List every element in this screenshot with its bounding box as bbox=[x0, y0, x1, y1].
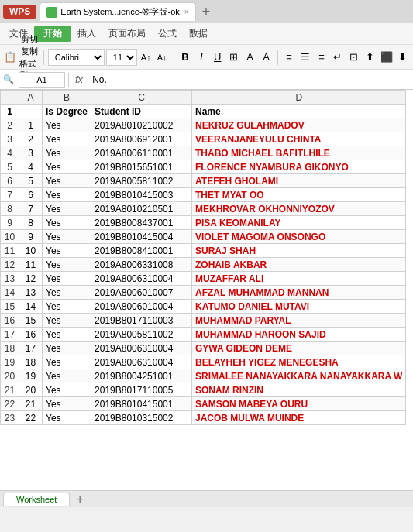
cell-is-degree[interactable]: Yes bbox=[43, 314, 91, 328]
cell-is-degree[interactable]: Yes bbox=[43, 355, 91, 369]
cell-is-degree[interactable]: Yes bbox=[43, 216, 91, 230]
italic-button[interactable]: I bbox=[194, 48, 208, 67]
cell-no[interactable]: 7 bbox=[19, 202, 43, 216]
cell-student-id[interactable]: 2019B8004251001 bbox=[91, 369, 192, 383]
cell-name[interactable]: THET MYAT OO bbox=[192, 188, 406, 202]
spreadsheet-container[interactable]: A B C D 1 No. Is Degree Student ID Name … bbox=[0, 90, 413, 490]
font-decrease-button[interactable]: A↓ bbox=[155, 48, 170, 67]
cell-student-id[interactable]: 2019B8015651001 bbox=[91, 160, 192, 174]
cell-no[interactable]: 4 bbox=[19, 160, 43, 174]
copy-button[interactable]: 复制 bbox=[19, 46, 40, 57]
cell-d1[interactable]: Name bbox=[192, 105, 406, 118]
align-bottom-button[interactable]: ⬇ bbox=[395, 48, 410, 67]
cell-is-degree[interactable]: Yes bbox=[43, 369, 91, 383]
font-increase-button[interactable]: A↑ bbox=[139, 48, 153, 67]
align-center-button[interactable]: ☰ bbox=[298, 48, 313, 67]
cell-name[interactable]: VIOLET MAGOMA ONSONGO bbox=[192, 230, 406, 244]
cell-is-degree[interactable]: Yes bbox=[43, 244, 91, 258]
cell-name[interactable]: PISA KEOMANILAY bbox=[192, 216, 406, 230]
underline-button[interactable]: U bbox=[210, 48, 225, 67]
formula-input[interactable] bbox=[89, 74, 410, 86]
cell-name[interactable]: SRIMALEE NANAYAKKARA NANAYAKKARA W bbox=[192, 369, 406, 383]
cell-no[interactable]: 3 bbox=[19, 146, 43, 160]
menu-insert[interactable]: 插入 bbox=[71, 26, 102, 42]
cell-is-degree[interactable]: Yes bbox=[43, 174, 91, 188]
cell-no[interactable]: 14 bbox=[19, 300, 43, 314]
cut-button[interactable]: 剪切 bbox=[19, 33, 40, 45]
cell-student-id[interactable]: 2019A8006331008 bbox=[91, 258, 192, 272]
col-header-b[interactable]: B bbox=[43, 91, 91, 105]
cell-is-degree[interactable]: Yes bbox=[43, 328, 91, 342]
cell-is-degree[interactable]: Yes bbox=[43, 258, 91, 272]
cell-no[interactable]: 17 bbox=[19, 342, 43, 355]
border-button[interactable]: ⊞ bbox=[226, 48, 241, 67]
cell-no[interactable]: 19 bbox=[19, 369, 43, 383]
menu-page-layout[interactable]: 页面布局 bbox=[102, 26, 152, 42]
cell-student-id[interactable]: 2019B8010415004 bbox=[91, 230, 192, 244]
cell-is-degree[interactable]: Yes bbox=[43, 383, 91, 397]
align-middle-button[interactable]: ⬛ bbox=[379, 48, 394, 67]
cell-name[interactable]: SURAJ SHAH bbox=[192, 244, 406, 258]
cell-is-degree[interactable]: Yes bbox=[43, 397, 91, 411]
cell-name[interactable]: MUZAFFAR ALI bbox=[192, 272, 406, 286]
cell-no[interactable]: 6 bbox=[19, 188, 43, 202]
cell-is-degree[interactable]: Yes bbox=[43, 118, 91, 132]
cell-no[interactable]: 15 bbox=[19, 314, 43, 328]
cell-name[interactable]: NEKRUZ GULAHMADOV bbox=[192, 118, 406, 132]
merge-button[interactable]: ⊡ bbox=[346, 48, 361, 67]
cell-is-degree[interactable]: Yes bbox=[43, 188, 91, 202]
cell-a1[interactable]: No. bbox=[19, 105, 43, 118]
cell-no[interactable]: 10 bbox=[19, 244, 43, 258]
cell-is-degree[interactable]: Yes bbox=[43, 300, 91, 314]
col-header-d[interactable]: D bbox=[192, 91, 406, 105]
cell-is-degree[interactable]: Yes bbox=[43, 202, 91, 216]
cell-c1[interactable]: Student ID bbox=[91, 105, 192, 118]
cell-is-degree[interactable]: Yes bbox=[43, 342, 91, 355]
cell-no[interactable]: 21 bbox=[19, 397, 43, 411]
col-header-a[interactable]: A bbox=[19, 91, 43, 105]
cell-reference-input[interactable] bbox=[19, 72, 65, 88]
cell-name[interactable]: MEKHROVAR OKHONNIYOZOV bbox=[192, 202, 406, 216]
cell-student-id[interactable]: 2019A8006010004 bbox=[91, 300, 192, 314]
cell-name[interactable]: VEERANJANEYULU CHINTA bbox=[192, 132, 406, 146]
cell-name[interactable]: FLORENCE NYAMBURA GIKONYO bbox=[192, 160, 406, 174]
cell-name[interactable]: JACOB MULWA MUINDE bbox=[192, 411, 406, 425]
cell-student-id[interactable]: 2019B8010415003 bbox=[91, 188, 192, 202]
cell-is-degree[interactable]: Yes bbox=[43, 272, 91, 286]
document-tab[interactable]: Earth System...ience-签字版-ok × bbox=[40, 2, 195, 21]
menu-data[interactable]: 数据 bbox=[183, 26, 214, 42]
cell-name[interactable]: GYWA GIDEON DEME bbox=[192, 342, 406, 355]
bold-button[interactable]: B bbox=[177, 48, 192, 67]
cell-student-id[interactable]: 2019B8010315002 bbox=[91, 411, 192, 425]
cell-student-id[interactable]: 2019A8005811002 bbox=[91, 328, 192, 342]
cell-student-id[interactable]: 2019B8008437001 bbox=[91, 216, 192, 230]
cell-student-id[interactable]: 2019A8006010007 bbox=[91, 286, 192, 300]
cell-no[interactable]: 9 bbox=[19, 230, 43, 244]
cell-name[interactable]: AFZAL MUHAMMAD MANNAN bbox=[192, 286, 406, 300]
col-header-c[interactable]: C bbox=[91, 91, 192, 105]
cell-no[interactable]: 11 bbox=[19, 258, 43, 272]
cell-no[interactable]: 1 bbox=[19, 118, 43, 132]
cell-name[interactable]: BELAYHEH YIGEZ MENEGESHA bbox=[192, 355, 406, 369]
cell-student-id[interactable]: 2019B8008410001 bbox=[91, 244, 192, 258]
paste-button[interactable]: 📋 bbox=[3, 48, 18, 67]
cell-name[interactable]: THABO MICHAEL BAFITLHILE bbox=[192, 146, 406, 160]
menu-start[interactable]: 开始 bbox=[34, 26, 71, 42]
cell-student-id[interactable]: 2019B8017110003 bbox=[91, 314, 192, 328]
cell-name[interactable]: KATUMO DANIEL MUTAVI bbox=[192, 300, 406, 314]
cell-b1[interactable]: Is Degree bbox=[43, 105, 91, 118]
cell-name[interactable]: SAMSON MABEYA OURU bbox=[192, 397, 406, 411]
font-size-select[interactable]: 11 bbox=[106, 49, 137, 66]
cell-no[interactable]: 5 bbox=[19, 174, 43, 188]
cell-student-id[interactable]: 2019A8006310004 bbox=[91, 342, 192, 355]
fill-color-button[interactable]: A bbox=[243, 48, 257, 67]
font-color-button[interactable]: A bbox=[259, 48, 274, 67]
cell-name[interactable]: MUHAMMAD PARYAL bbox=[192, 314, 406, 328]
cell-no[interactable]: 18 bbox=[19, 355, 43, 369]
align-right-button[interactable]: ≡ bbox=[315, 48, 329, 67]
new-tab-button[interactable]: + bbox=[198, 4, 215, 20]
cell-is-degree[interactable]: Yes bbox=[43, 230, 91, 244]
cell-name[interactable]: ATEFEH GHOLAMI bbox=[192, 174, 406, 188]
align-left-button[interactable]: ≡ bbox=[282, 48, 297, 67]
worksheet-tab[interactable]: Worksheet bbox=[3, 493, 70, 506]
